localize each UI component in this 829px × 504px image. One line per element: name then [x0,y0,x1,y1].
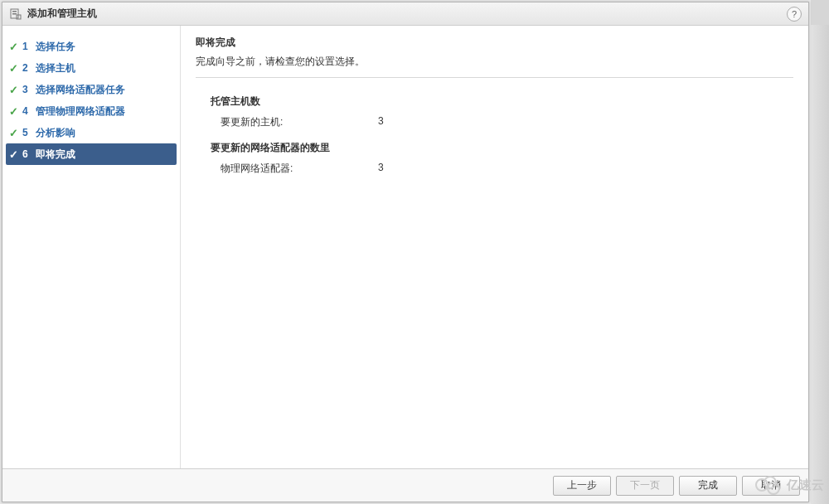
check-icon: ✓ [9,127,22,139]
scrollbar-track[interactable] [811,25,829,504]
help-icon[interactable]: ? [787,7,802,22]
step-label: 选择网络适配器任务 [36,83,125,97]
svg-rect-2 [12,13,17,15]
step-number: 1 [22,41,36,52]
hosts-to-update-row: 要更新的主机: 3 [221,115,793,129]
check-icon: ✓ [9,84,22,96]
step-label: 管理物理网络适配器 [36,104,125,119]
content-subtitle: 完成向导之前，请检查您的设置选择。 [196,55,793,69]
step-number: 2 [22,62,36,74]
dialog-title: 添加和管理主机 [27,7,97,21]
back-button[interactable]: 上一步 [553,476,611,496]
row-label: 要更新的主机: [221,115,378,129]
finish-button[interactable]: 完成 [679,476,737,496]
cancel-button[interactable]: 取消 [742,476,800,496]
step-select-task[interactable]: ✓ 1 选择任务 [2,36,180,57]
wizard-dialog: 添加和管理主机 ? ✓ 1 选择任务 ✓ 2 选择主机 ✓ 3 选择网络适配器任… [2,2,809,502]
step-label: 分析影响 [36,126,75,140]
check-icon: ✓ [9,41,22,53]
adapters-section: 要更新的网络适配器的数里 物理网络适配器: 3 [211,141,793,176]
wizard-sidebar: ✓ 1 选择任务 ✓ 2 选择主机 ✓ 3 选择网络适配器任务 ✓ 4 管理物理… [2,26,180,468]
dialog-body: ✓ 1 选择任务 ✓ 2 选择主机 ✓ 3 选择网络适配器任务 ✓ 4 管理物理… [2,26,808,468]
background-strip [811,0,829,504]
row-label: 物理网络适配器: [221,162,378,176]
step-manage-physical-adapter[interactable]: ✓ 4 管理物理网络适配器 [2,100,180,122]
step-select-host[interactable]: ✓ 2 选择主机 [2,57,180,79]
physical-adapters-row: 物理网络适配器: 3 [221,162,793,176]
titlebar: 添加和管理主机 ? [2,2,808,26]
step-label: 选择主机 [36,61,75,75]
step-number: 3 [22,84,36,95]
host-icon [9,7,22,21]
content-title: 即将完成 [196,36,793,50]
hosts-section-header: 托管主机数 [211,94,793,109]
svg-rect-1 [12,11,17,12]
check-icon: ✓ [9,62,22,75]
adapters-section-header: 要更新的网络适配器的数里 [211,141,793,155]
check-icon: ✓ [9,105,22,118]
step-ready-to-complete[interactable]: ✓ 6 即将完成 [6,143,177,165]
divider [196,77,793,78]
hosts-section: 托管主机数 要更新的主机: 3 [211,94,793,129]
wizard-content: 即将完成 完成向导之前，请检查您的设置选择。 托管主机数 要更新的主机: 3 要… [180,26,808,468]
row-value: 3 [378,162,384,176]
step-analyze-impact[interactable]: ✓ 5 分析影响 [2,122,180,143]
step-select-adapter-task[interactable]: ✓ 3 选择网络适配器任务 [2,79,180,100]
row-value: 3 [378,115,384,129]
step-label: 即将完成 [36,148,75,162]
step-number: 6 [22,148,36,160]
step-label: 选择任务 [36,40,75,54]
check-icon: ✓ [9,148,22,161]
next-button: 下一页 [616,476,674,496]
step-number: 5 [22,127,36,138]
wizard-footer: 上一步 下一页 完成 取消 [2,468,808,502]
step-number: 4 [22,105,36,117]
